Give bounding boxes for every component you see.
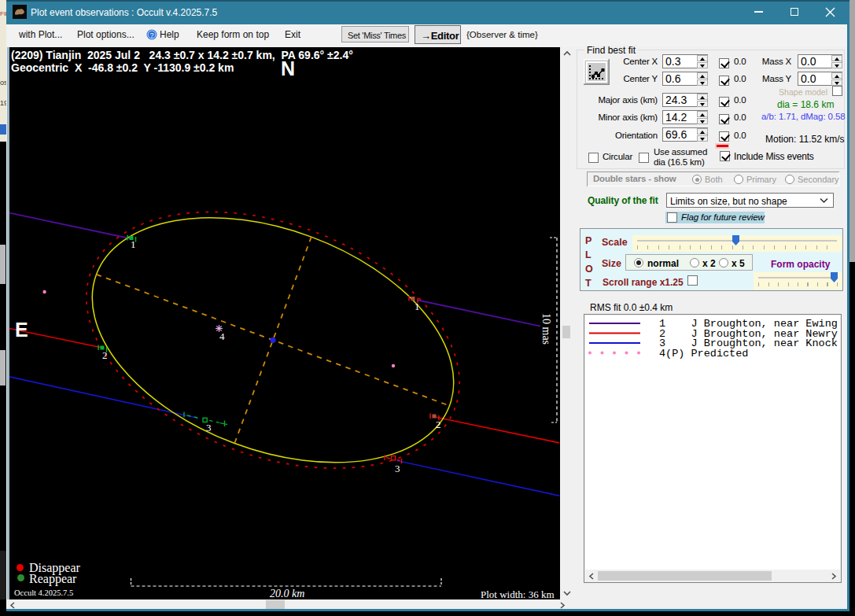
svg-text:?: ? (149, 31, 153, 39)
